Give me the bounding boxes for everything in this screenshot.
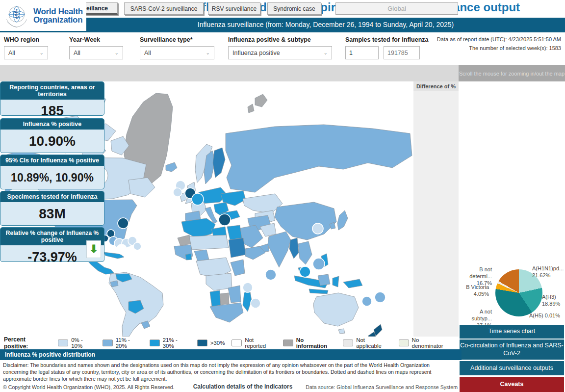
stat-value: 10.89%, 10.90%	[0, 166, 104, 189]
legend-item: >30%	[197, 340, 225, 346]
flu-positive-dropdown[interactable]: Influenza positive⌄	[228, 46, 332, 59]
chevron-down-icon: ⌄	[324, 50, 328, 55]
legend-swatch	[231, 340, 242, 346]
legend-item: 0% - 10%	[58, 337, 96, 349]
legend-item: 11% - 20%	[103, 337, 143, 349]
flu-positive-value: Influenza positive	[232, 50, 280, 56]
stat-card-influenza-positive: Influenza % positive 10.90%	[0, 118, 104, 153]
legend-item: Not applicable	[343, 337, 391, 349]
tab-syndromic-case[interactable]: Syndromic case	[267, 2, 321, 15]
legend-title: Percent positive:	[4, 336, 51, 350]
legend-swatch	[197, 340, 207, 346]
stat-title: 95% CIs for Influenza % positive	[0, 155, 104, 166]
additional-surveillance-button[interactable]: Additional surveillance outputs	[460, 361, 564, 375]
year-week-dropdown[interactable]: All⌄	[69, 46, 123, 59]
stat-title: Influenza % positive	[0, 119, 104, 130]
legend-swatch	[150, 340, 160, 346]
tab-rsv-surveillance[interactable]: RSV surveillance	[208, 2, 260, 15]
report-date: Data as of report date (UTC): 4/23/2025 …	[437, 35, 561, 44]
pie-label-a-h1n1: A(H1N1)pd...21.62%	[532, 265, 565, 279]
legend-swatch	[343, 340, 353, 346]
who-region-label: WHO region	[4, 36, 39, 43]
time-series-chart-button[interactable]: Time series chart	[460, 325, 564, 339]
filter-row: WHO region All⌄ Year-Week All⌄ Surveilla…	[0, 32, 565, 65]
calculation-details-link[interactable]: Calculation details of the indicators	[162, 383, 324, 390]
tab-global[interactable]: Global	[335, 2, 458, 15]
dashboard: ⚕ World Health Organization Integrated i…	[0, 0, 565, 392]
difference-column: Difference of %	[413, 81, 459, 337]
map-zoom-hint: Scroll the mouse for zooming in/out the …	[459, 65, 565, 81]
legend-swatch	[399, 340, 409, 346]
who-region-value: All	[8, 50, 15, 56]
flu-positive-label: Influenza positive & subtype	[228, 36, 311, 43]
chevron-down-icon: ⌄	[40, 50, 44, 55]
copyright-text: © Copyright World Health Organization (W…	[3, 384, 175, 390]
samples-max-input[interactable]	[384, 46, 420, 59]
stat-title: Reporting countries, areas or territorie…	[0, 82, 104, 100]
stat-title: Specimens tested for influenza	[0, 191, 104, 202]
distribution-section-header[interactable]: Influenza % positive distribution	[0, 349, 462, 360]
surveillance-type-label: Surveillance type*	[140, 36, 193, 43]
stat-value: 185	[0, 100, 104, 116]
cocirculation-button[interactable]: Co-circulation of Influenza and SARS-CoV…	[460, 340, 564, 360]
surveillance-type-dropdown[interactable]: All⌄	[140, 46, 214, 59]
selected-weeks: The number of selected week(s): 1583	[437, 44, 561, 53]
who-logo: ⚕ World Health Organization	[3, 1, 86, 30]
footer: © Copyright World Health Organization (W…	[0, 383, 462, 392]
who-region-dropdown[interactable]: All⌄	[4, 46, 48, 59]
legend-swatch	[58, 340, 68, 346]
samples-min-input[interactable]	[345, 46, 379, 59]
subtitle-bar: Influenza surveillance (from: Monday, De…	[86, 18, 565, 31]
subtype-pie-chart: B not determi...16.7% B Victoria4.05% A …	[460, 263, 564, 324]
data-source-text: Data source: Global Influenza Surveillan…	[306, 384, 458, 390]
tab-sars-cov-2-surveillance[interactable]: SARS-CoV-2 surveillance	[124, 2, 204, 15]
chevron-down-icon: ⌄	[206, 50, 210, 55]
surveillance-type-value: All	[144, 50, 151, 56]
map-legend: Percent positive: 0% - 10% 11% - 20% 21%…	[0, 337, 459, 349]
who-logo-text: World Health Organization	[33, 7, 83, 25]
legend-swatch	[103, 340, 113, 346]
stat-card-specimens-tested: Specimens tested for influenza 83M	[0, 191, 104, 226]
caveats-button[interactable]: Caveats	[460, 377, 564, 392]
pie-label-b-victoria: B Victoria4.05%	[460, 284, 489, 298]
disclaimer-text: Disclaimer: The boundaries and names sho…	[3, 362, 456, 383]
legend-item: No denominator	[399, 337, 452, 349]
year-week-value: All	[74, 50, 80, 56]
legend-swatch	[283, 340, 293, 346]
who-emblem-icon: ⚕	[3, 2, 30, 29]
stat-card-confidence-intervals: 95% CIs for Influenza % positive 10.89%,…	[0, 155, 104, 189]
legend-item: No information	[283, 337, 336, 349]
legend-item: 21% - 30%	[150, 337, 190, 349]
tab-strip	[0, 65, 459, 81]
stat-value: 10.90%	[0, 130, 104, 153]
samples-label: Samples tested for influenza	[345, 36, 428, 43]
chevron-down-icon: ⌄	[115, 50, 119, 55]
svg-text:⚕: ⚕	[13, 7, 20, 22]
difference-of-percent-header: Difference of %	[413, 81, 459, 91]
legend-item: Not reported	[231, 337, 276, 349]
stat-value: 83M	[0, 202, 104, 226]
decrease-arrow-icon: ⬇	[86, 240, 101, 258]
stat-card-relative-change: Relative % change of Influenza % positiv…	[0, 227, 104, 262]
stat-card-countries: Reporting countries, areas or territorie…	[0, 81, 104, 116]
report-info: Data as of report date (UTC): 4/23/2025 …	[437, 35, 561, 52]
pie-label-a-h3: A(H3)18.89%	[542, 294, 565, 308]
year-week-label: Year-Week	[69, 36, 100, 43]
pie-label-a-h5: A(H5) 0.01%	[529, 313, 565, 319]
